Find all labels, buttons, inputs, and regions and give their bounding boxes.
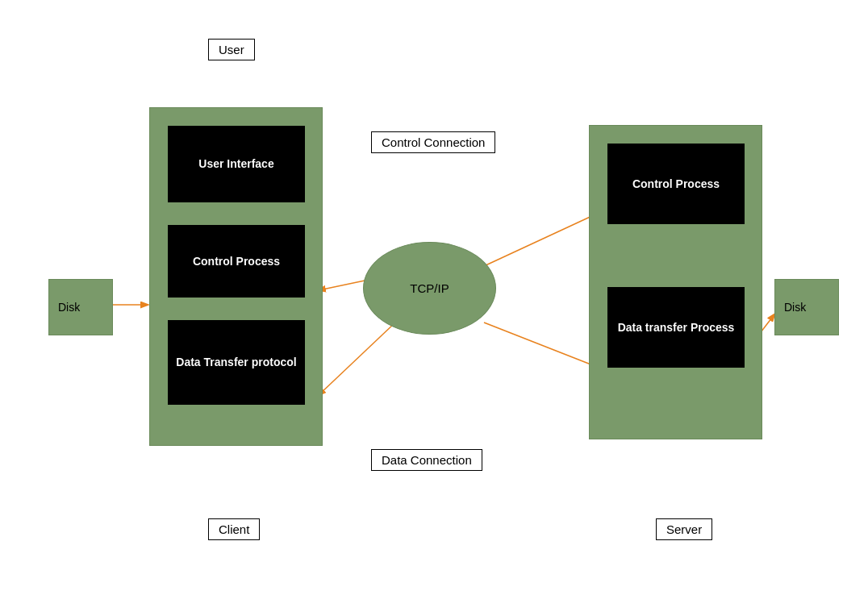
- client-control-process-box: Control Process: [168, 225, 305, 298]
- client-label: Client: [208, 518, 260, 540]
- user-label: User: [208, 39, 255, 60]
- tcpip-ellipse: TCP/IP: [363, 242, 496, 335]
- user-interface-box: User Interface: [168, 126, 305, 202]
- data-connection-label: Data Connection: [371, 449, 482, 471]
- server-control-process-box: Control Process: [607, 144, 745, 224]
- server-data-transfer-box: Data transfer Process: [607, 287, 745, 368]
- left-disk-label: Disk: [58, 301, 80, 314]
- svg-line-5: [484, 214, 597, 266]
- server-label: Server: [656, 518, 712, 540]
- control-connection-label: Control Connection: [371, 131, 495, 153]
- server-column: Control Process Data transfer Process: [589, 125, 762, 439]
- svg-line-3: [319, 323, 395, 395]
- client-data-transfer-box: Data Transfer protocol: [168, 320, 305, 405]
- right-disk-label: Disk: [784, 301, 806, 314]
- svg-line-6: [484, 323, 597, 367]
- client-column: User Interface Control Process Data Tran…: [149, 107, 323, 446]
